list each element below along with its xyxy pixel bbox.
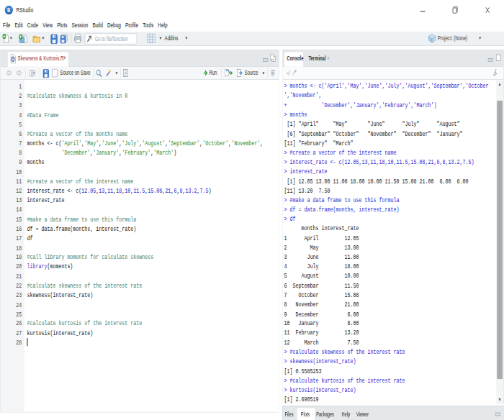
svg-text:R: R xyxy=(12,57,14,62)
svg-text:R: R xyxy=(7,6,11,14)
